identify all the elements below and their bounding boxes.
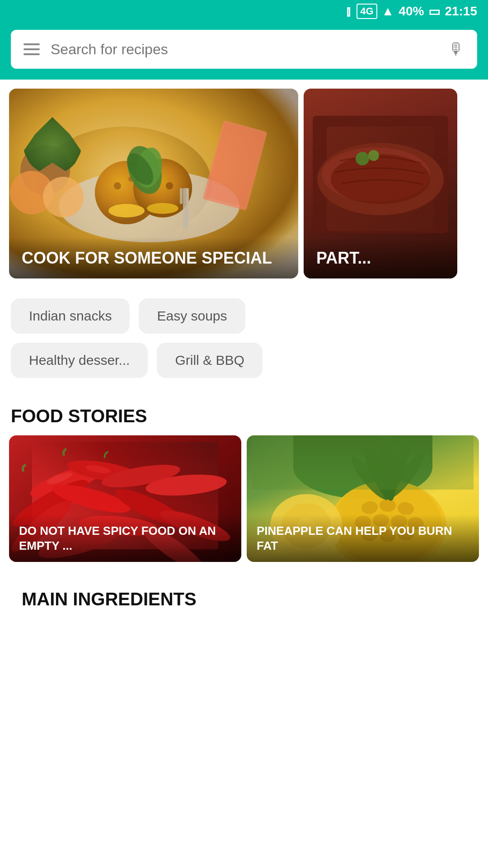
signal-bars-icon: ▲ <box>382 4 394 19</box>
story-label-pineapple: PINEAPPLE CAN HELP YOU BURN FAT <box>247 514 479 562</box>
food-stories-section: FOOD STORIES <box>0 392 488 562</box>
app-header: 🎙 <box>0 23 488 80</box>
svg-point-21 <box>43 177 84 217</box>
chip-label: Healthy desser... <box>29 353 130 368</box>
category-chip-indian-snacks[interactable]: Indian snacks <box>11 298 130 334</box>
category-chip-healthy-desserts[interactable]: Healthy desser... <box>11 343 148 378</box>
chip-label: Easy soups <box>157 308 227 323</box>
chip-label: Grill & BBQ <box>175 353 244 368</box>
microphone-icon[interactable]: 🎙 <box>448 40 465 59</box>
food-stories-title: FOOD STORIES <box>0 392 488 435</box>
svg-rect-23 <box>206 123 265 208</box>
category-chip-easy-soups[interactable]: Easy soups <box>139 298 245 334</box>
svg-point-11 <box>147 203 178 214</box>
categories-row-1: Indian snacks Easy soups <box>11 298 477 334</box>
search-bar: 🎙 <box>11 30 477 69</box>
vibrate-icon: ⫿ <box>346 4 352 19</box>
svg-rect-17 <box>186 188 189 204</box>
story-label-text: PINEAPPLE CAN HELP YOU BURN FAT <box>257 524 452 552</box>
time-display: 21:15 <box>445 4 477 19</box>
hero-card-label: COOK FOR SOMEONE SPECIAL <box>9 237 298 278</box>
chip-label: Indian snacks <box>29 308 112 323</box>
hero-card-party[interactable]: PART... <box>304 89 457 278</box>
hero-side-label-text: PART... <box>316 249 371 267</box>
main-ingredients-title: MAIN INGREDIENTS <box>11 576 477 618</box>
svg-point-10 <box>108 204 145 217</box>
stories-grid: DO NOT HAVE SPICY FOOD ON AN EMPTY ... <box>0 435 488 562</box>
search-input[interactable] <box>51 41 437 58</box>
story-label-spicy: DO NOT HAVE SPICY FOOD ON AN EMPTY ... <box>9 514 241 562</box>
status-bar: ⫿ 4G ▲ 40% ▭ 21:15 <box>0 0 488 23</box>
battery-percent: 40% <box>399 4 424 19</box>
main-ingredients-section: MAIN INGREDIENTS <box>0 562 488 618</box>
svg-point-29 <box>368 150 379 161</box>
story-card-spicy[interactable]: DO NOT HAVE SPICY FOOD ON AN EMPTY ... <box>9 435 241 562</box>
story-label-text: DO NOT HAVE SPICY FOOD ON AN EMPTY ... <box>19 524 216 552</box>
svg-rect-16 <box>180 188 183 204</box>
hero-card-side-label: PART... <box>304 237 457 278</box>
categories-row-2: Healthy desser... Grill & BBQ <box>11 343 477 378</box>
hero-label-text: COOK FOR SOMEONE SPECIAL <box>22 249 272 267</box>
svg-point-5 <box>114 182 121 189</box>
svg-point-47 <box>380 499 396 512</box>
svg-rect-64 <box>252 435 474 490</box>
hero-carousel: COOK FOR SOMEONE SPECIAL PART... <box>0 80 488 288</box>
status-icons: ⫿ 4G ▲ 40% ▭ 21:15 <box>346 4 477 19</box>
svg-point-28 <box>356 152 369 165</box>
svg-point-9 <box>166 182 173 189</box>
menu-button[interactable] <box>23 43 40 55</box>
signal-4g-icon: 4G <box>357 4 377 19</box>
battery-icon: ▭ <box>428 4 440 19</box>
category-chip-grill-bbq[interactable]: Grill & BBQ <box>157 343 262 378</box>
categories-section: Indian snacks Easy soups Healthy desser.… <box>0 288 488 392</box>
hero-card-cook-special[interactable]: COOK FOR SOMEONE SPECIAL <box>9 89 298 278</box>
story-card-pineapple[interactable]: PINEAPPLE CAN HELP YOU BURN FAT <box>247 435 479 562</box>
